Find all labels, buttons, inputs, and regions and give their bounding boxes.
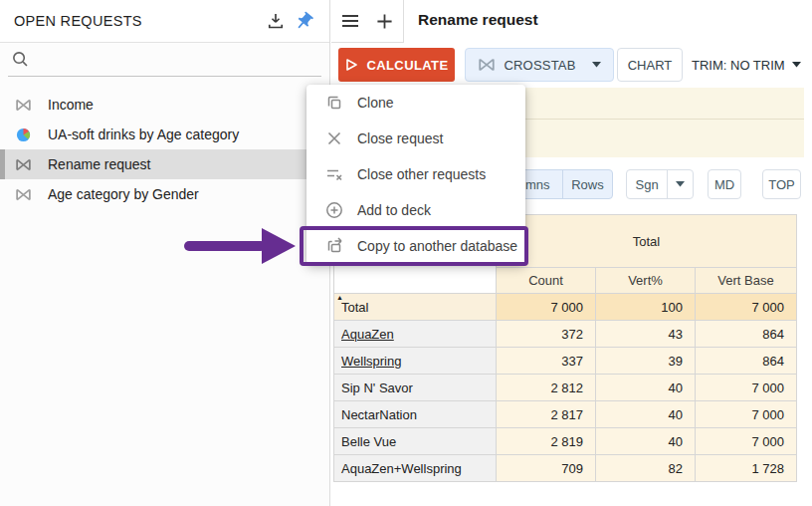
calculate-button[interactable]: CALCULATE bbox=[338, 48, 455, 82]
vert-pct-cell: 100 bbox=[596, 294, 696, 321]
vert-pct-cell: 40 bbox=[596, 428, 696, 455]
sgn-dropdown[interactable] bbox=[667, 170, 693, 198]
count-cell: 709 bbox=[497, 455, 596, 482]
vert-pct-cell: 43 bbox=[596, 321, 696, 348]
sidebar-item-label: Rename request bbox=[48, 156, 151, 172]
vert-base-cell: 7 000 bbox=[696, 428, 797, 455]
context-menu-item-label: Close other requests bbox=[357, 166, 486, 182]
sgn-button[interactable]: Sgn bbox=[627, 170, 667, 198]
download-icon[interactable] bbox=[262, 7, 290, 35]
request-list: Income UA-soft drinks by Age category Re… bbox=[0, 90, 329, 209]
table-row: NectarNation 2 817 40 7 000 bbox=[334, 401, 797, 428]
vert-base-cell: 864 bbox=[696, 321, 797, 348]
table-row: AquaZen 372 43 864 bbox=[334, 321, 797, 348]
row-label-cell[interactable]: Total bbox=[334, 294, 497, 321]
vert-pct-cell: 40 bbox=[596, 375, 696, 401]
panel-title: OPEN REQUESTS bbox=[14, 13, 262, 29]
sidebar-header: OPEN REQUESTS bbox=[0, 0, 329, 43]
sgn-control: Sgn bbox=[626, 169, 694, 199]
sidebar-item[interactable]: UA-soft drinks by Age category bbox=[0, 120, 329, 149]
row-label-cell[interactable]: Sip N' Savor bbox=[334, 375, 497, 401]
vert-base-cell: 7 000 bbox=[696, 375, 797, 401]
add-circle-icon bbox=[324, 200, 344, 220]
sidebar-item-label: Income bbox=[48, 97, 94, 113]
sidebar-item[interactable]: Age category by Gender bbox=[0, 179, 329, 209]
context-menu-item-label: Close request bbox=[357, 130, 443, 146]
count-cell: 7 000 bbox=[497, 294, 596, 321]
column-header: Count bbox=[497, 268, 596, 294]
count-cell: 2 812 bbox=[497, 375, 596, 401]
play-icon bbox=[344, 58, 358, 72]
search-input[interactable] bbox=[8, 43, 321, 77]
row-label-cell[interactable]: Wellspring bbox=[334, 348, 497, 375]
vert-pct-cell: 82 bbox=[596, 455, 696, 482]
trim-dropdown[interactable]: TRIM: NO TRIM bbox=[692, 48, 801, 82]
column-header: Vert% bbox=[596, 268, 696, 294]
sidebar-item[interactable]: Income bbox=[0, 90, 329, 120]
clone-icon bbox=[324, 93, 344, 113]
table-row: Belle Vue 2 819 40 7 000 bbox=[334, 428, 797, 455]
top-button[interactable]: TOP bbox=[762, 169, 801, 199]
crosstab-icon bbox=[14, 97, 33, 113]
context-menu-item[interactable]: Copy to another database bbox=[306, 228, 525, 264]
row-label-cell[interactable]: Belle Vue bbox=[334, 428, 497, 455]
vert-pct-cell: 40 bbox=[596, 401, 696, 428]
context-menu-item-label: Add to deck bbox=[357, 202, 431, 218]
md-button[interactable]: MD bbox=[708, 169, 741, 199]
crosstab-icon bbox=[478, 58, 496, 72]
context-menu-item[interactable]: Close request bbox=[306, 121, 525, 156]
context-menu-item-label: Clone bbox=[357, 95, 394, 111]
menu-hamburger-icon[interactable] bbox=[339, 10, 361, 32]
count-cell: 2 819 bbox=[497, 428, 596, 455]
crosstab-icon bbox=[14, 156, 33, 172]
column-header: Vert Base bbox=[696, 268, 797, 294]
count-cell: 2 817 bbox=[497, 401, 596, 428]
sidebar-item-label: UA-soft drinks by Age category bbox=[48, 126, 239, 142]
table-row: AquaZen+Wellspring 709 82 1 728 bbox=[334, 455, 797, 482]
sidebar-item-label: Age category by Gender bbox=[48, 186, 199, 202]
app-window: OPEN REQUESTS Income UA-soft bbox=[0, 0, 812, 506]
table-row: Sip N' Savor 2 812 40 7 000 bbox=[334, 375, 797, 401]
context-menu-item[interactable]: Close other requests bbox=[306, 156, 525, 192]
close-icon bbox=[324, 128, 344, 148]
close-others-icon bbox=[324, 164, 344, 184]
vert-base-cell: 1 728 bbox=[696, 455, 797, 482]
crosstab-view-button[interactable]: CROSSTAB bbox=[465, 48, 614, 82]
pin-icon[interactable] bbox=[290, 7, 317, 35]
open-requests-panel: OPEN REQUESTS Income UA-soft bbox=[0, 0, 330, 506]
row-label-cell[interactable]: AquaZen+Wellspring bbox=[334, 455, 497, 482]
column-group-header: Total bbox=[497, 215, 797, 268]
vert-pct-cell: 39 bbox=[596, 348, 696, 375]
vert-base-cell: 7 000 bbox=[696, 401, 797, 428]
request-context-menu: Clone Close request Close other requests… bbox=[306, 85, 525, 264]
row-label-cell[interactable]: NectarNation bbox=[334, 401, 497, 428]
sidebar-item[interactable]: Rename request bbox=[0, 149, 329, 179]
chevron-down-icon bbox=[792, 62, 801, 68]
vert-base-cell: 7 000 bbox=[696, 294, 797, 321]
table-row: Wellspring 337 39 864 bbox=[334, 348, 797, 375]
page-title: Rename request bbox=[418, 11, 538, 29]
search-icon bbox=[11, 50, 30, 69]
tab-strip bbox=[331, 0, 404, 43]
crosstab-icon bbox=[14, 186, 33, 202]
copy-arrow-icon bbox=[324, 236, 344, 256]
pie-chart-icon bbox=[14, 126, 33, 142]
chevron-down-icon bbox=[592, 62, 601, 68]
count-cell: 337 bbox=[497, 348, 596, 375]
context-menu-item-label: Copy to another database bbox=[357, 238, 517, 254]
context-menu-item[interactable]: Add to deck bbox=[306, 192, 525, 228]
count-cell: 372 bbox=[497, 321, 596, 348]
row-label-cell[interactable]: AquaZen bbox=[334, 321, 497, 348]
vert-base-cell: 864 bbox=[696, 348, 797, 375]
rows-button[interactable]: Rows bbox=[562, 170, 612, 198]
add-tab-icon[interactable] bbox=[373, 10, 395, 32]
context-menu-item[interactable]: Clone bbox=[306, 85, 525, 121]
chart-view-button[interactable]: CHART bbox=[617, 48, 683, 82]
table-row: Total 7 000 100 7 000 bbox=[334, 294, 797, 321]
